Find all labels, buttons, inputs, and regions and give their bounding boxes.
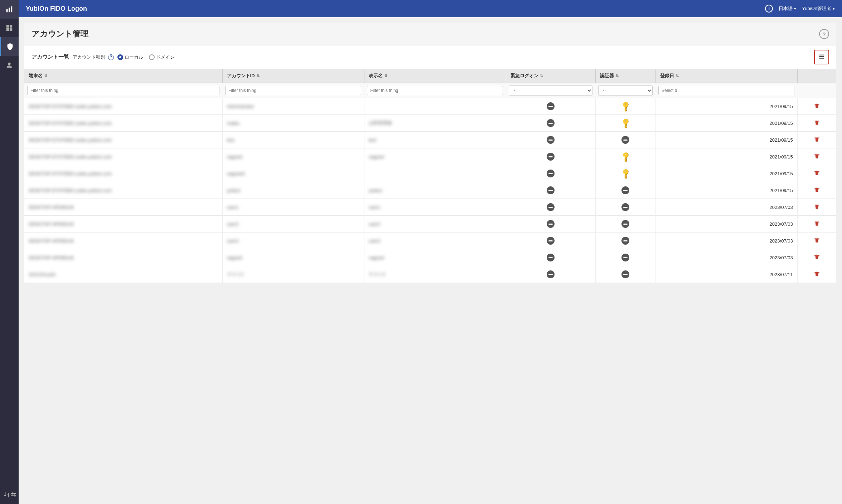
- delete-button[interactable]: [812, 186, 822, 195]
- emergency-minus-icon: [547, 237, 555, 245]
- account-type-label: アカウント種別 ?: [73, 54, 114, 60]
- auth-minus-icon: [621, 270, 629, 278]
- table-row: DESKTOP-ETHTEBO.suibe.yubion.comyubionyu…: [24, 182, 836, 199]
- col-account-id: アカウントID⇅: [222, 69, 364, 83]
- table-row: DESKTOP-ETHTEBO.suibe.yubion.comvagrant2…: [24, 165, 836, 182]
- cell-device-name: DESKTOP-ETHTEBO.suibe.yubion.com: [24, 165, 222, 182]
- cell-account-id: Administrator: [222, 98, 364, 115]
- filter-date-input[interactable]: [658, 86, 794, 95]
- cell-device-name: DESKTOP-HP09GU8: [24, 216, 222, 233]
- help-button[interactable]: ?: [819, 29, 829, 39]
- filter-date-cell: [655, 83, 797, 98]
- sort-icon-account[interactable]: ⇅: [256, 74, 260, 78]
- cell-registered-date: 2021/09/15: [655, 165, 797, 182]
- sort-icon-device[interactable]: ⇅: [44, 74, 47, 78]
- cell-display-name: user2: [364, 216, 506, 233]
- cell-account-id: vagrant2: [222, 165, 364, 182]
- account-type-info-icon[interactable]: ?: [108, 54, 114, 60]
- cell-registered-date: 2023/07/03: [655, 233, 797, 249]
- delete-button[interactable]: [812, 118, 822, 128]
- info-icon[interactable]: i: [765, 5, 773, 13]
- delete-button[interactable]: [812, 236, 822, 245]
- cell-account-id: maibu: [222, 115, 364, 132]
- emergency-minus-icon: [547, 136, 555, 144]
- key-icon: 🔑: [619, 167, 632, 180]
- language-selector[interactable]: 日本語: [779, 5, 796, 12]
- cell-authenticator: [595, 266, 655, 283]
- trash-icon: [814, 270, 820, 277]
- sort-icon-date[interactable]: ⇅: [676, 74, 679, 78]
- svg-rect-9: [819, 56, 824, 57]
- col-registered-date: 登録日⇅: [655, 69, 797, 83]
- filter-device-name-cell: [24, 83, 222, 98]
- cell-device-name: SCK153-p33: [24, 266, 222, 283]
- sidebar-item-user[interactable]: [0, 56, 19, 74]
- trash-icon: [814, 237, 820, 243]
- cell-authenticator: 🔑: [595, 165, 655, 182]
- filter-auth-cell: - 有効 無効: [595, 83, 655, 98]
- table-row: DESKTOP-ETHTEBO.suibe.yubion.comAdminist…: [24, 98, 836, 115]
- cell-display-name: vagrant: [364, 148, 506, 165]
- cell-registered-date: 2021/09/15: [655, 148, 797, 165]
- filter-auth-select[interactable]: - 有効 無効: [598, 85, 653, 96]
- radio-local[interactable]: ローカル: [117, 54, 143, 60]
- cell-display-name: user1: [364, 199, 506, 216]
- delete-button[interactable]: [812, 169, 822, 178]
- filter-device-name-input[interactable]: [27, 86, 219, 95]
- auth-minus-icon: [621, 220, 629, 228]
- cell-registered-date: 2021/09/15: [655, 115, 797, 132]
- filter-display-name-input[interactable]: [367, 86, 503, 95]
- cell-authenticator: 🔑: [595, 148, 655, 165]
- filter-emergency-select[interactable]: - 有効 無効: [509, 85, 592, 96]
- table-row: SCK153-p33テスト2テスト22023/07/11: [24, 266, 836, 283]
- emergency-minus-icon: [547, 170, 555, 177]
- trash-icon: [814, 186, 820, 193]
- cell-device-name: DESKTOP-ETHTEBO.suibe.yubion.com: [24, 132, 222, 148]
- sidebar-item-grid[interactable]: [0, 19, 19, 37]
- delete-button[interactable]: [812, 253, 822, 262]
- cell-device-name: DESKTOP-ETHTEBO.suibe.yubion.com: [24, 182, 222, 199]
- cell-registered-date: 2021/09/15: [655, 132, 797, 148]
- sidebar-item-shield[interactable]: [0, 37, 19, 56]
- cell-registered-date: 2023/07/03: [655, 249, 797, 266]
- col-action: [797, 69, 836, 83]
- emergency-minus-icon: [547, 254, 555, 261]
- sidebar-item-arrows[interactable]: ⇆: [0, 485, 19, 504]
- cell-authenticator: [595, 132, 655, 148]
- delete-button[interactable]: [812, 152, 822, 161]
- sidebar-item-chart[interactable]: [0, 0, 19, 19]
- page-title: アカウント管理: [32, 29, 88, 39]
- radio-domain[interactable]: ドメイン: [149, 54, 175, 60]
- cell-authenticator: [595, 233, 655, 249]
- delete-button[interactable]: [812, 102, 822, 111]
- delete-button[interactable]: [812, 270, 822, 279]
- delete-button[interactable]: [812, 135, 822, 145]
- menu-button[interactable]: [814, 50, 829, 64]
- cell-registered-date: 2021/09/15: [655, 182, 797, 199]
- radio-local-circle: [117, 54, 123, 60]
- cell-emergency-logon: [506, 165, 595, 182]
- cell-display-name: [364, 165, 506, 182]
- filter-account-id-cell: [222, 83, 364, 98]
- delete-button[interactable]: [812, 219, 822, 229]
- filter-account-id-input[interactable]: [225, 86, 361, 95]
- table-row: DESKTOP-HP09GU8user2user22023/07/03: [24, 216, 836, 233]
- sort-icon-display[interactable]: ⇅: [384, 74, 387, 78]
- svg-rect-8: [819, 55, 824, 55]
- trash-icon: [814, 254, 820, 260]
- topbar: YubiOn FIDO Logon i 日本語 YubiOn管理者: [19, 0, 842, 17]
- sort-icon-emergency[interactable]: ⇅: [540, 74, 543, 78]
- cell-action: [797, 115, 836, 132]
- cell-display-name: yubion: [364, 182, 506, 199]
- trash-icon: [814, 170, 820, 176]
- cell-emergency-logon: [506, 199, 595, 216]
- emergency-minus-icon: [547, 153, 555, 161]
- radio-domain-circle: [149, 54, 155, 60]
- cell-emergency-logon: [506, 266, 595, 283]
- cell-display-name: vagrant: [364, 249, 506, 266]
- trash-icon: [814, 153, 820, 159]
- user-menu[interactable]: YubiOn管理者: [802, 5, 835, 12]
- sort-icon-auth[interactable]: ⇅: [615, 74, 619, 78]
- sidebar: ⇆: [0, 0, 19, 504]
- delete-button[interactable]: [812, 202, 822, 212]
